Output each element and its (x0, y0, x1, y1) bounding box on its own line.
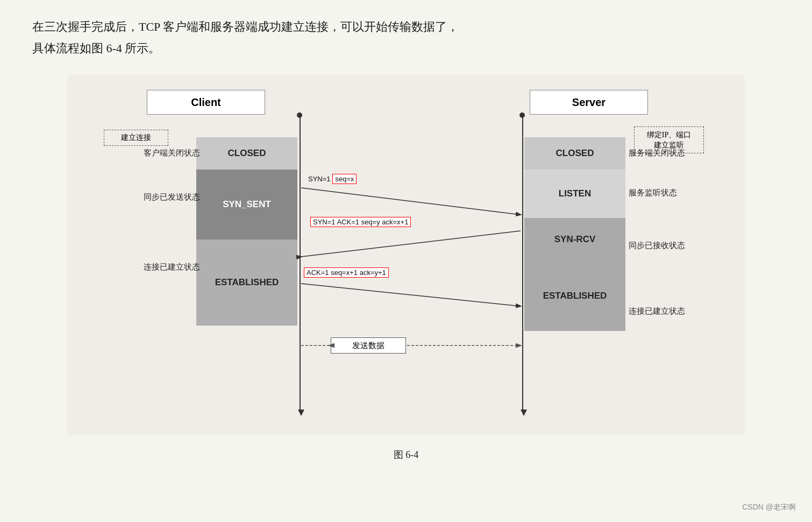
label-server-closed: 服务端关闭状态 (629, 148, 685, 158)
establish-box: 建立连接 (104, 130, 168, 146)
svg-line-2 (301, 284, 521, 306)
tcp-diagram: Client Server 建立连接 绑定IP、端口建立监听 CLOSED SY… (67, 75, 745, 435)
diagram-wrapper: Client Server 建立连接 绑定IP、端口建立监听 CLOSED SY… (32, 75, 780, 435)
server-timeline (522, 115, 523, 411)
intro-line2: 具体流程如图 6-4 所示。 (32, 41, 160, 55)
server-box: Server (530, 90, 648, 115)
svg-line-1 (301, 231, 521, 257)
bind-label: 绑定IP、端口建立监听 (647, 130, 691, 151)
server-dot (519, 112, 525, 118)
signal3-box: ACK=1 seq=x+1 ack=y+1 (304, 267, 389, 278)
client-states: CLOSED SYN_SENT ESTABLISHED (196, 137, 297, 326)
client-state-established: ESTABLISHED (196, 239, 297, 326)
intro-line1: 在三次握手完成后，TCP 客户端和服务器端成功建立连接，可以开始传输数据了， (32, 20, 459, 33)
server-states: CLOSED LISTEN SYN-RCV ESTABLISHED (524, 137, 625, 331)
server-state-established: ESTABLISHED (524, 261, 625, 331)
intro-paragraph: 在三次握手完成后，TCP 客户端和服务器端成功建立连接，可以开始传输数据了， 具… (32, 16, 780, 59)
svg-marker-6 (521, 410, 527, 416)
client-state-syn-sent: SYN_SENT (196, 170, 297, 239)
signal3-label: ACK=1 seq=x+1 ack=y+1 (304, 269, 389, 277)
signal2-label: SYN=1 ACK=1 seq=y ack=x+1 (310, 218, 411, 226)
label-server-established: 连接已建立状态 (629, 306, 685, 316)
server-state-listen: LISTEN (524, 170, 625, 218)
label-server-listen: 服务监听状态 (629, 188, 677, 198)
svg-marker-5 (298, 410, 304, 416)
label-client-syn-sent: 同步已发送状态 (144, 192, 200, 202)
figure-caption: 图 6-4 (394, 448, 419, 461)
server-state-closed: CLOSED (524, 137, 625, 170)
svg-line-0 (301, 188, 521, 215)
client-timeline (300, 115, 301, 411)
send-data-box: 发送数据 (331, 337, 406, 354)
server-state-syn-rcv: SYN-RCV (524, 218, 625, 261)
signal1-label: SYN=1 seq=x (308, 175, 357, 183)
watermark: CSDN @老宋啊 (742, 503, 796, 512)
client-state-closed: CLOSED (196, 137, 297, 170)
signal1-box: seq=x (332, 174, 357, 184)
client-box: Client (147, 90, 265, 115)
label-server-syn-rcv: 同步已接收状态 (629, 241, 685, 251)
label-client-closed: 客户端关闭状态 (144, 148, 200, 158)
client-dot (297, 112, 302, 118)
signal2-box: SYN=1 ACK=1 seq=y ack=x+1 (310, 217, 411, 227)
label-client-established: 连接已建立状态 (144, 262, 200, 272)
